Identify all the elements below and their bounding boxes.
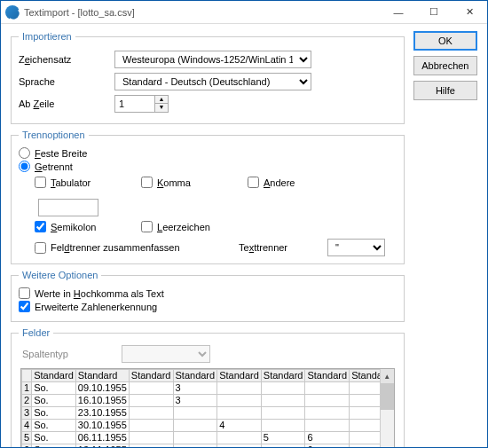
cell[interactable] bbox=[217, 444, 262, 449]
semicolon-checkbox[interactable]: Semikolon bbox=[35, 221, 132, 232]
charset-label: Zeichensatz bbox=[19, 54, 114, 65]
cell[interactable]: So. bbox=[32, 395, 76, 407]
cell[interactable]: 6 bbox=[305, 444, 350, 449]
cell[interactable] bbox=[129, 382, 173, 395]
cell[interactable] bbox=[305, 382, 350, 395]
comma-checkbox[interactable]: Komma bbox=[141, 177, 239, 188]
table-row[interactable]: 3So.23.10.1955 bbox=[22, 407, 394, 420]
row-number: 2 bbox=[22, 395, 32, 407]
cell[interactable]: So. bbox=[32, 382, 76, 395]
delimited-radio[interactable]: Getrennt bbox=[19, 161, 397, 172]
cell[interactable] bbox=[129, 444, 173, 449]
help-button[interactable]: Hilfe bbox=[413, 81, 477, 100]
cell[interactable] bbox=[129, 432, 173, 444]
space-checkbox[interactable]: Leerzeichen bbox=[141, 221, 239, 232]
fixed-width-radio[interactable]: Feste Breite bbox=[19, 147, 397, 159]
row-number: 6 bbox=[22, 444, 32, 449]
tab-checkbox[interactable]: Tabulator bbox=[35, 177, 132, 188]
fromrow-label: Ab Zeile bbox=[19, 98, 114, 109]
cell[interactable]: 23.10.1955 bbox=[75, 407, 129, 420]
spin-up-icon[interactable]: ▲ bbox=[155, 96, 168, 104]
cell[interactable] bbox=[305, 395, 350, 407]
separator-legend: Trennoptionen bbox=[19, 130, 89, 140]
cell[interactable] bbox=[173, 420, 217, 432]
cell[interactable]: So. bbox=[32, 432, 76, 444]
column-header[interactable]: Standard bbox=[173, 370, 217, 382]
fromrow-input[interactable] bbox=[114, 95, 155, 113]
cell[interactable]: So. bbox=[32, 420, 76, 432]
textdelim-label: Texttrenner bbox=[239, 242, 327, 253]
minimize-button[interactable]: — bbox=[381, 1, 416, 24]
quoted-text-checkbox[interactable]: Werte in Hochkomma als Text bbox=[19, 287, 397, 299]
cell[interactable] bbox=[129, 407, 173, 420]
column-header[interactable]: Standard bbox=[32, 370, 76, 382]
scroll-up-icon[interactable]: ▲ bbox=[381, 369, 394, 383]
cell[interactable] bbox=[261, 395, 305, 407]
cell[interactable]: 13.11.1955 bbox=[75, 444, 129, 449]
cell[interactable]: So. bbox=[32, 444, 76, 449]
ok-button[interactable]: OK bbox=[413, 31, 477, 51]
coltype-select bbox=[122, 345, 210, 363]
cell[interactable]: 5 bbox=[261, 432, 305, 444]
vertical-scrollbar[interactable]: ▲ bbox=[380, 369, 394, 448]
column-header[interactable]: Standard bbox=[217, 370, 262, 382]
cell[interactable]: 6 bbox=[305, 432, 350, 444]
cell[interactable] bbox=[261, 407, 305, 420]
table-row[interactable]: 5So.06.11.195556 bbox=[22, 432, 394, 444]
spin-down-icon[interactable]: ▼ bbox=[155, 104, 168, 112]
merge-checkbox[interactable]: Feldtrenner zusammenfassen bbox=[35, 242, 239, 254]
column-header[interactable]: Standard bbox=[129, 370, 173, 382]
cell[interactable]: So. bbox=[32, 407, 76, 420]
textdelim-select[interactable]: " bbox=[327, 239, 385, 256]
cell[interactable] bbox=[173, 407, 217, 420]
cell[interactable] bbox=[305, 420, 350, 432]
charset-select[interactable]: Westeuropa (Windows-1252/WinLatin 1) bbox=[114, 51, 311, 68]
maximize-button[interactable]: ☐ bbox=[416, 1, 452, 24]
column-header[interactable]: Standard bbox=[305, 370, 350, 382]
language-label: Sprache bbox=[19, 76, 114, 87]
window-title: Textimport - [lotto_sa.csv] bbox=[24, 7, 381, 18]
cancel-button[interactable]: Abbrechen bbox=[413, 56, 477, 75]
app-icon bbox=[5, 5, 20, 20]
separator-group: Trennoptionen Feste Breite Getrennt Tabu… bbox=[11, 130, 405, 264]
coltype-label: Spaltentyp bbox=[22, 349, 122, 359]
column-header[interactable]: Standard bbox=[75, 370, 129, 382]
cell[interactable] bbox=[129, 420, 173, 432]
cell[interactable]: 06.11.1955 bbox=[75, 432, 129, 444]
row-number: 1 bbox=[22, 382, 32, 395]
other-input[interactable] bbox=[38, 199, 98, 216]
cell[interactable]: 30.10.1955 bbox=[75, 420, 129, 432]
cell[interactable] bbox=[217, 395, 262, 407]
table-row[interactable]: 4So.30.10.19554 bbox=[22, 420, 394, 432]
preview-grid[interactable]: StandardStandardStandardStandardStandard… bbox=[20, 368, 395, 448]
cell[interactable] bbox=[217, 432, 262, 444]
fromrow-spinner[interactable]: ▲▼ bbox=[114, 95, 169, 113]
cell[interactable] bbox=[217, 382, 262, 395]
fields-group: Felder Spaltentyp StandardStandardStanda… bbox=[11, 327, 405, 448]
cell[interactable] bbox=[129, 395, 173, 407]
table-row[interactable]: 6So.13.11.19556 bbox=[22, 444, 394, 449]
cell[interactable]: 09.10.1955 bbox=[75, 382, 129, 395]
cell[interactable]: 3 bbox=[173, 395, 217, 407]
language-select[interactable]: Standard - Deutsch (Deutschland) bbox=[114, 73, 311, 90]
cell[interactable]: 16.10.1955 bbox=[75, 395, 129, 407]
titlebar: Textimport - [lotto_sa.csv] — ☐ ✕ bbox=[1, 1, 487, 24]
moreopts-group: Weitere Optionen Werte in Hochkomma als … bbox=[11, 270, 405, 322]
row-number: 3 bbox=[22, 407, 32, 420]
close-button[interactable]: ✕ bbox=[452, 1, 487, 24]
table-row[interactable]: 2So.16.10.19553 bbox=[22, 395, 394, 407]
cell[interactable] bbox=[261, 382, 305, 395]
cell[interactable]: 3 bbox=[173, 382, 217, 395]
column-header[interactable]: Standard bbox=[261, 370, 305, 382]
cell[interactable] bbox=[305, 407, 350, 420]
cell[interactable] bbox=[173, 432, 217, 444]
table-row[interactable]: 1So.09.10.19553 bbox=[22, 382, 394, 395]
cell[interactable] bbox=[261, 444, 305, 449]
cell[interactable] bbox=[261, 420, 305, 432]
cell[interactable]: 4 bbox=[217, 420, 262, 432]
other-checkbox[interactable]: Andere bbox=[248, 177, 345, 188]
cell[interactable] bbox=[217, 407, 262, 420]
detect-numbers-checkbox[interactable]: Erweiterte Zahlenerkennung bbox=[19, 301, 397, 312]
import-legend: Importieren bbox=[19, 31, 75, 42]
cell[interactable] bbox=[173, 444, 217, 449]
